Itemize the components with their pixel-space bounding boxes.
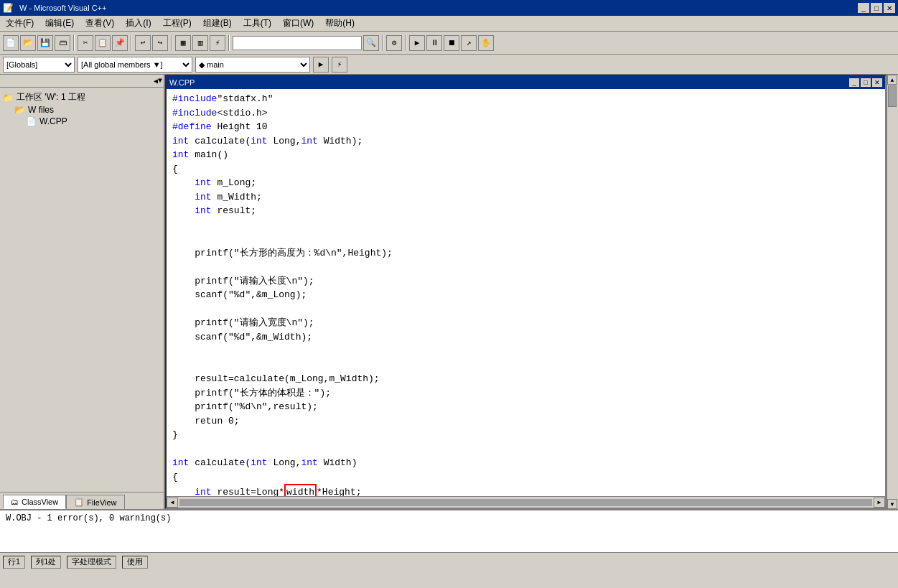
code-line-9: int result; <box>172 204 879 218</box>
tree-wcpp[interactable]: 📄 W.CPP <box>3 116 161 127</box>
menu-window[interactable]: 窗口(W) <box>277 16 319 31</box>
sidebar-tabs: 🗂 ClassView 📋 FileView <box>0 492 164 509</box>
function-dropdown[interactable]: ◆ main <box>195 57 310 73</box>
code-line-18: scanf("%d",&m_Width); <box>172 330 879 345</box>
menu-file[interactable]: 文件(F) <box>0 16 39 31</box>
code-maximize[interactable]: □ <box>861 78 871 87</box>
menu-project[interactable]: 工程(P) <box>157 16 197 31</box>
code-line-3: #define Height 10 <box>172 120 879 134</box>
dropdown-go[interactable]: ▶ <box>313 57 329 73</box>
toolbar-save-all[interactable]: 🗃 <box>55 35 70 51</box>
tab-classview[interactable]: 🗂 ClassView <box>3 495 66 509</box>
code-line-15: scanf("%d",&m_Long); <box>172 288 879 302</box>
code-horizontal-scrollbar[interactable]: ◀ ▶ <box>167 496 885 508</box>
menu-edit[interactable]: 编辑(E) <box>39 16 80 31</box>
menu-view[interactable]: 查看(V) <box>80 16 120 31</box>
sidebar-expand-btn[interactable]: ▼ <box>158 77 162 85</box>
toolbar-sep-2 <box>131 35 132 51</box>
window-controls[interactable]: _ □ ✕ <box>858 3 895 13</box>
code-line-2: #include<stdio.h> <box>172 106 879 121</box>
code-title-bar: W.CPP _ □ ✕ <box>167 76 885 89</box>
wcpp-label: W.CPP <box>39 116 67 126</box>
code-close[interactable]: ✕ <box>872 78 882 87</box>
toolbar-cut[interactable]: ✂ <box>78 35 93 51</box>
toolbar-save[interactable]: 💾 <box>37 35 53 51</box>
code-line-6: { <box>172 162 879 177</box>
classview-icon: 🗂 <box>11 498 19 506</box>
code-line-22: printf("长方体的体积是："); <box>172 386 879 401</box>
code-line-1: #include"stdafx.h" <box>172 92 879 106</box>
status-bar: 行1 列1处 字处理模式 使用 <box>0 552 898 571</box>
code-line-20 <box>172 358 879 373</box>
globals-dropdown[interactable]: [Globals] <box>3 57 75 73</box>
menu-help[interactable]: 帮助(H) <box>319 16 360 31</box>
toolbar-copy[interactable]: 📋 <box>95 35 111 51</box>
maximize-button[interactable]: □ <box>871 3 882 13</box>
sidebar: ◀ ▼ 📁 工作区 'W': 1 工程 📂 W files 📄 W.CPP 🗂 … <box>0 75 165 509</box>
wfiles-label: W files <box>28 105 54 115</box>
toolbar-step[interactable]: ↗ <box>461 35 477 51</box>
status-col: 列1处 <box>31 556 61 569</box>
code-line-7: int m_Long; <box>172 176 879 190</box>
menu-build[interactable]: 组建(B) <box>197 16 238 31</box>
app-icon: 📝 <box>3 3 14 13</box>
menu-tools[interactable]: 工具(T) <box>238 16 277 31</box>
code-line-12: printf("长方形的高度为：%d\n",Height); <box>172 246 879 261</box>
status-use: 使用 <box>122 556 148 569</box>
status-mode: 字处理模式 <box>67 556 116 569</box>
toolbar-build3[interactable]: ⚡ <box>210 35 225 51</box>
toolbar-redo[interactable]: ↪ <box>152 35 168 51</box>
status-line: 行1 <box>3 556 25 569</box>
code-line-11 <box>172 232 879 246</box>
toolbar-undo[interactable]: ↩ <box>135 35 151 51</box>
code-line-19 <box>172 344 879 358</box>
code-line-10 <box>172 218 879 233</box>
members-dropdown[interactable]: [All global members ▼] <box>78 57 192 73</box>
title-text: W - Microsoft Visual C++ <box>17 4 858 12</box>
sidebar-content: 📁 工作区 'W': 1 工程 📂 W files 📄 W.CPP <box>0 88 164 492</box>
scroll-right-btn[interactable]: ▶ <box>874 498 885 508</box>
toolbar-sep-3 <box>171 35 172 51</box>
toolbar-sep-5 <box>382 35 383 51</box>
tree-wfiles[interactable]: 📂 W files <box>3 104 161 116</box>
toolbar-stop[interactable]: ⏹ <box>444 35 459 51</box>
toolbar-pause[interactable]: ⏸ <box>426 35 442 51</box>
code-window-controls[interactable]: _ □ ✕ <box>849 78 882 87</box>
toolbar-extra1[interactable]: ⚙ <box>386 35 402 51</box>
scroll-up-btn[interactable]: ▲ <box>887 75 897 85</box>
fileview-icon: 📋 <box>74 498 84 507</box>
toolbar-build-mini[interactable]: ▦ <box>175 35 191 51</box>
scroll-down-btn[interactable]: ▼ <box>887 499 897 509</box>
scroll-left-btn[interactable]: ◀ <box>167 498 178 508</box>
main-layout: ◀ ▼ 📁 工作区 'W': 1 工程 📂 W files 📄 W.CPP 🗂 … <box>0 75 898 509</box>
toolbar-paste[interactable]: 📌 <box>112 35 128 51</box>
code-editor: W.CPP _ □ ✕ #include"stdafx.h" #include<… <box>165 75 887 509</box>
dropdown-bar: [Globals] [All global members ▼] ◆ main … <box>0 55 898 75</box>
scroll-thumb-v[interactable] <box>888 85 897 107</box>
code-line-27: int calculate(int Long,int Width) <box>172 456 879 470</box>
scroll-track <box>887 85 898 499</box>
dropdown-extra[interactable]: ⚡ <box>332 57 347 73</box>
menu-insert[interactable]: 插入(I) <box>120 16 156 31</box>
toolbar-run[interactable]: ▶ <box>409 35 425 51</box>
toolbar-search-input[interactable] <box>233 36 362 50</box>
menu-bar: 文件(F) 编辑(E) 查看(V) 插入(I) 工程(P) 组建(B) 工具(T… <box>0 16 898 32</box>
code-line-17: printf("请输入宽度\n"); <box>172 316 879 330</box>
tab-fileview[interactable]: 📋 FileView <box>66 495 124 509</box>
code-content[interactable]: #include"stdafx.h" #include<stdio.h> #de… <box>167 89 885 496</box>
scroll-thumb[interactable] <box>179 499 872 506</box>
close-button[interactable]: ✕ <box>884 3 895 13</box>
toolbar-build2[interactable]: ▥ <box>192 35 208 51</box>
tree-workspace[interactable]: 📁 工作区 'W': 1 工程 <box>3 90 161 104</box>
highlighted-word: width <box>284 484 317 496</box>
toolbar-sep-1 <box>73 35 75 51</box>
toolbar-new[interactable]: 📄 <box>3 35 19 51</box>
toolbar-hand[interactable]: ✋ <box>478 35 494 51</box>
code-vertical-scrollbar[interactable]: ▲ ▼ <box>887 75 898 509</box>
code-line-26 <box>172 442 879 457</box>
code-minimize[interactable]: _ <box>849 78 859 87</box>
toolbar-find[interactable]: 🔍 <box>363 35 379 51</box>
toolbar-open[interactable]: 📂 <box>20 35 36 51</box>
code-line-13 <box>172 260 879 274</box>
minimize-button[interactable]: _ <box>858 3 869 13</box>
